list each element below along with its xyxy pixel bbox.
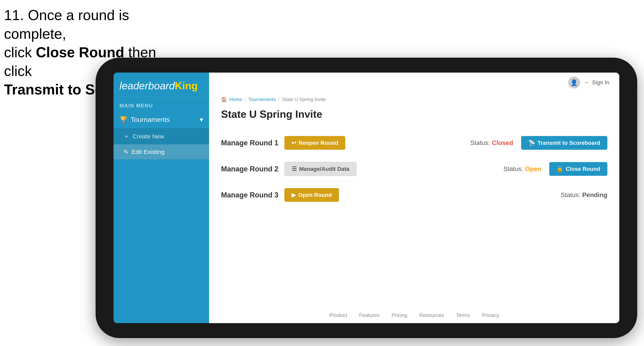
reopen-icon: ↩ — [292, 140, 296, 146]
breadcrumb: 🏠 Home / Tournaments / State U Spring In… — [209, 93, 619, 104]
round-2-status: Status: Open — [504, 165, 541, 173]
main-menu-label: MAIN MENU — [114, 97, 209, 111]
breadcrumb-sep1: / — [244, 97, 246, 102]
breadcrumb-tournaments[interactable]: Tournaments — [248, 97, 276, 102]
plus-icon: ＋ — [124, 132, 130, 140]
manage-audit-label: Manage/Audit Data — [299, 166, 349, 172]
close-round-button[interactable]: 🔒 Close Round — [549, 162, 607, 176]
tablet-screen: leaderboardKing MAIN MENU 🏆 Tournaments … — [114, 73, 619, 323]
logo-text: leaderboardKing — [120, 81, 203, 91]
manage-audit-data-button[interactable]: ☰ Manage/Audit Data — [284, 162, 357, 176]
instruction-close-round: Close Round — [36, 44, 124, 60]
footer-features[interactable]: Features — [359, 312, 380, 318]
play-icon: ▶ — [292, 192, 296, 198]
breadcrumb-home[interactable]: Home — [230, 97, 242, 102]
transmit-icon: 📡 — [528, 140, 535, 146]
sidebar-create-new[interactable]: ＋ Create New — [114, 128, 209, 144]
sidebar-item-tournaments[interactable]: 🏆 Tournaments ▾ — [114, 111, 209, 128]
edit-existing-label: Edit Existing — [132, 149, 164, 155]
footer-pricing[interactable]: Pricing — [392, 312, 407, 318]
sidebar-sub-nav: ＋ Create New ✎ Edit Existing — [114, 128, 209, 159]
sidebar-nav: 🏆 Tournaments ▾ ＋ Create New ✎ Edit Exis… — [114, 111, 209, 323]
sign-in-text: Sign In — [592, 79, 609, 86]
footer-privacy[interactable]: Privacy — [482, 312, 499, 318]
main-content: 👤 → Sign In 🏠 Home / Tournaments / State… — [209, 73, 619, 323]
round-2-title: Manage Round 2 — [221, 165, 278, 173]
reopen-round-label: Reopen Round — [298, 140, 338, 146]
sidebar-tournaments-label: Tournaments — [131, 116, 170, 124]
round-3-status-value: Pending — [582, 191, 607, 198]
breadcrumb-current: State U Spring Invite — [282, 97, 326, 102]
edit-icon: ✎ — [124, 148, 128, 155]
create-new-label: Create New — [132, 133, 164, 140]
round-2-status-value: Open — [525, 165, 542, 173]
round-3-status: Status: Pending — [560, 191, 607, 199]
app-layout: leaderboardKing MAIN MENU 🏆 Tournaments … — [114, 73, 619, 323]
tablet-frame: leaderboardKing MAIN MENU 🏆 Tournaments … — [96, 58, 637, 338]
avatar: 👤 — [568, 77, 580, 88]
lock-icon: 🔒 — [556, 166, 563, 172]
transmit-to-scoreboard-button[interactable]: 📡 Transmit to Scoreboard — [521, 136, 607, 150]
chevron-down-icon: ▾ — [200, 116, 203, 124]
trophy-icon: 🏆 — [120, 116, 128, 123]
round-1-row: Manage Round 1 ↩ Reopen Round Status: Cl… — [221, 130, 607, 156]
sign-in-label: → — [583, 79, 589, 86]
round-1-status: Status: Closed — [470, 139, 513, 147]
close-round-label: Close Round — [566, 166, 600, 172]
sidebar-edit-existing[interactable]: ✎ Edit Existing — [114, 144, 209, 159]
logo-leaderboard: leaderboard — [120, 80, 175, 91]
footer-terms[interactable]: Terms — [456, 312, 470, 318]
audit-icon: ☰ — [292, 166, 297, 172]
page-title: State U Spring Invite — [221, 108, 607, 120]
home-icon: 🏠 — [221, 97, 227, 102]
round-3-row: Manage Round 3 ▶ Open Round Status: Pend… — [221, 182, 607, 208]
sign-in-area[interactable]: 👤 → Sign In — [568, 77, 609, 88]
breadcrumb-sep2: / — [278, 97, 280, 102]
reopen-round-button[interactable]: ↩ Reopen Round — [284, 136, 345, 150]
round-2-row: Manage Round 2 ☰ Manage/Audit Data Statu… — [221, 156, 607, 182]
top-bar: 👤 → Sign In — [209, 73, 619, 93]
transmit-label: Transmit to Scoreboard — [538, 140, 600, 146]
instruction-line1: 11. Once a round is complete, — [4, 6, 183, 43]
page-body: State U Spring Invite Manage Round 1 ↩ R… — [209, 104, 619, 307]
round-3-title: Manage Round 3 — [221, 191, 278, 199]
logo-king: King — [175, 80, 198, 91]
open-round-label: Open Round — [298, 192, 332, 198]
footer-resources[interactable]: Resources — [420, 312, 444, 318]
round-1-status-value: Closed — [492, 139, 513, 146]
sidebar: leaderboardKing MAIN MENU 🏆 Tournaments … — [114, 73, 209, 323]
logo-area: leaderboardKing — [114, 73, 209, 97]
footer: Product Features Pricing Resources Terms… — [209, 307, 619, 323]
footer-product[interactable]: Product — [329, 312, 347, 318]
open-round-button[interactable]: ▶ Open Round — [284, 188, 339, 202]
round-1-title: Manage Round 1 — [221, 139, 278, 147]
instruction-click-prefix: click — [4, 44, 36, 60]
